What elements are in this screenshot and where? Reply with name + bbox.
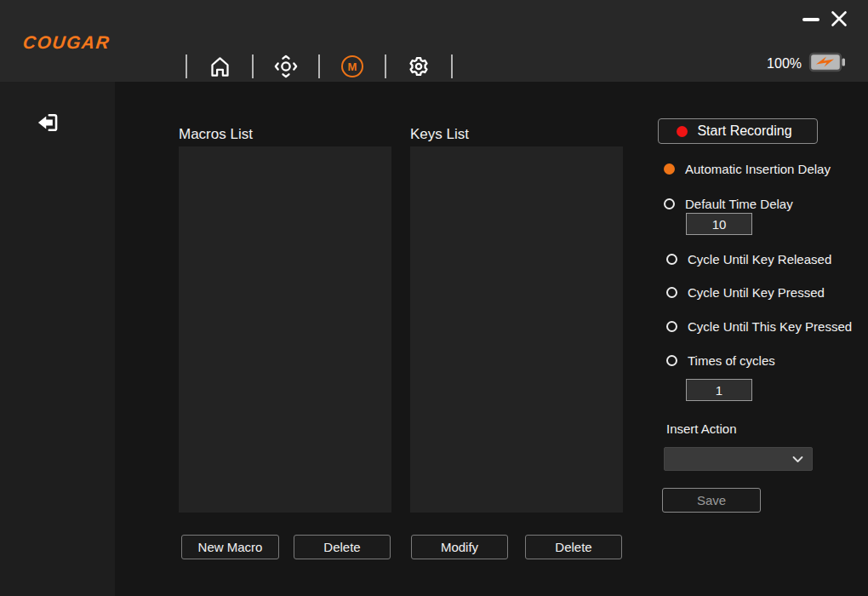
app-window: COUGAR M [0,0,868,596]
radio-icon[interactable] [666,254,677,265]
delete-key-button[interactable]: Delete [525,535,622,559]
title-bar: COUGAR M [0,0,868,82]
exit-icon[interactable] [36,111,60,135]
start-recording-label: Start Recording [688,123,802,139]
chevron-down-icon [791,452,805,467]
battery-percent: 100% [767,56,802,72]
option-cycle-until-this-key-pressed[interactable]: Cycle Until This Key Pressed [666,319,852,334]
battery-status: 100% [767,51,846,77]
keys-list-title: Keys List [410,126,469,143]
home-icon[interactable] [207,54,232,79]
option-label: Cycle Until Key Pressed [688,285,825,300]
option-cycle-until-key-pressed[interactable]: Cycle Until Key Pressed [666,285,825,300]
minimize-button[interactable] [802,18,819,21]
option-automatic-insertion-delay[interactable]: Automatic Insertion Delay [664,162,831,176]
option-label: Times of cycles [688,353,775,368]
nav-divider [186,54,187,78]
nav-divider [318,54,320,78]
delete-macro-button[interactable]: Delete [294,535,391,559]
record-dot-icon [677,126,688,137]
battery-charging-icon [808,51,846,77]
modify-key-button[interactable]: Modify [411,535,508,559]
close-button[interactable] [829,9,849,29]
option-cycle-until-key-released[interactable]: Cycle Until Key Released [666,252,831,266]
insert-action-dropdown[interactable] [664,447,813,471]
option-label: Automatic Insertion Delay [685,162,831,176]
radio-icon[interactable] [666,287,677,298]
option-label: Default Time Delay [685,197,793,211]
macros-list-panel[interactable] [179,146,391,513]
new-macro-button[interactable]: New Macro [181,535,279,559]
cougar-logo: COUGAR [22,32,111,53]
macros-list-title: Macros List [179,126,253,143]
save-button[interactable]: Save [662,488,761,513]
dpi-icon[interactable] [273,54,299,79]
start-recording-button[interactable]: Start Recording [658,118,818,144]
macro-letter: M [341,55,363,77]
radio-icon[interactable] [666,321,677,332]
radio-icon[interactable] [666,355,677,366]
nav-divider [451,54,453,78]
times-of-cycles-input[interactable] [686,379,752,401]
option-times-of-cycles[interactable]: Times of cycles [666,353,775,368]
nav-divider [252,54,254,78]
option-label: Cycle Until Key Released [688,252,831,266]
option-default-time-delay[interactable]: Default Time Delay [664,197,793,211]
option-label: Cycle Until This Key Pressed [688,319,852,334]
settings-gear-icon[interactable] [406,54,431,79]
keys-list-panel[interactable] [410,146,623,513]
radio-selected-icon[interactable] [664,163,675,175]
sidebar [0,82,115,596]
default-time-delay-input[interactable] [686,213,752,235]
nav-divider [385,54,386,78]
top-navigation: M [186,51,453,82]
radio-icon[interactable] [664,198,675,209]
insert-action-label: Insert Action [666,421,737,436]
macro-icon[interactable]: M [340,54,365,79]
